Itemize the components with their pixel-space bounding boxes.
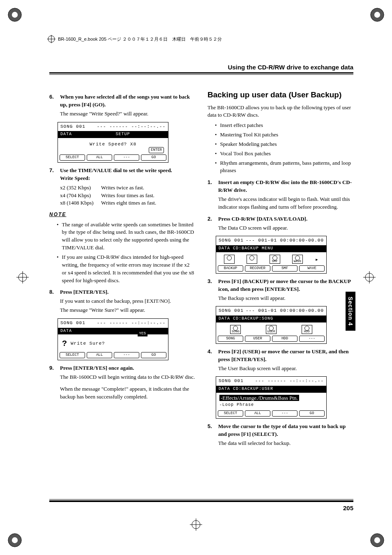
step-title: Press CD-R/RW [DATA SAVE/LOAD]. <box>218 215 353 223</box>
lcd-softkey: USER <box>245 336 270 342</box>
crop-mark-icon <box>47 35 55 43</box>
bullet-text: Speaker Modeling patches <box>220 140 277 148</box>
svg-point-5 <box>12 537 18 543</box>
arrow-right-icon: ▸ <box>315 256 318 264</box>
registration-mark-left-icon <box>16 271 29 285</box>
lcd-softkey: --- <box>114 352 139 358</box>
lcd-yes-label: YES <box>138 331 148 336</box>
step-number: 3. <box>208 278 215 302</box>
step-desc: The Data CD screen will appear. <box>218 224 353 232</box>
registration-mark-bottom-icon <box>190 518 202 532</box>
speed-desc: Writes four times as fast. <box>101 192 154 200</box>
step-desc: The Backup screen will appear. <box>218 295 353 302</box>
step-desc: The message "Write Sure?" will appear. <box>60 306 195 314</box>
note-icon: NOTE <box>49 211 195 218</box>
bullet-text: Rhythm arrangements, drum patterns, bass… <box>220 159 353 175</box>
step-title: Press [ENTER/YES] once again. <box>60 364 195 372</box>
lcd-softkey: SELECT <box>60 352 85 358</box>
step-number: 8. <box>49 288 57 314</box>
print-mark-bottom-left-icon <box>7 533 22 548</box>
print-mark-bottom-right-icon <box>370 533 385 548</box>
lcd-backup-song: SONG 001 --- 001-01 00:00:00-00.00 DATA … <box>216 306 327 343</box>
note-bullet: The range of available write speeds can … <box>57 221 195 252</box>
bullet-icon <box>215 131 217 139</box>
list-item: Rhythm arrangements, drum patterns, bass… <box>215 159 353 175</box>
list-item: Speaker Modeling patches <box>215 140 353 148</box>
header-rule-thick-icon <box>49 72 353 74</box>
lcd-tab: DATA <box>60 131 72 138</box>
lcd-softkey: ALL <box>87 352 112 358</box>
bullet-icon <box>57 253 59 284</box>
lcd-softkey: GO <box>299 410 325 417</box>
lcd-write-speed: SONG 001 --- ------ --:--:--.-- DATA SET… <box>58 122 168 163</box>
lcd-softkey: --- <box>299 336 325 342</box>
step-number: 1. <box>208 179 215 211</box>
lcd-tab: DATA CD:BACKUP:USER <box>219 386 273 392</box>
step-1: 1. Insert an empty CD-R/RW disc into the… <box>208 179 353 211</box>
lcd-softkey: --- <box>272 410 297 417</box>
section-tab: Section 4 <box>346 292 355 331</box>
disc-icon: SMF <box>270 255 280 264</box>
note-bullet: If you are using CD-R/RW discs intended … <box>57 253 195 284</box>
step-6: 6. When you have selected all of the son… <box>49 93 195 118</box>
lcd-softkey: WAVE <box>299 265 325 272</box>
registration-mark-right-icon <box>363 271 376 285</box>
lcd-softkey: HDD <box>272 336 297 342</box>
lcd-song: SONG 001 <box>60 124 85 130</box>
step-title: Move the cursor to the type of data you … <box>218 423 353 438</box>
lcd-tab: DATA CD:BACKUP:SONG <box>219 316 273 322</box>
print-mark-top-left-icon <box>7 7 22 22</box>
bullet-icon <box>57 221 59 252</box>
bullet-icon <box>215 122 217 129</box>
step-3: 3. Press [F1] (BACKUP) or move the curso… <box>208 278 353 302</box>
list-item: Vocal Tool Box patches <box>215 150 353 158</box>
step-number: 6. <box>49 93 57 118</box>
lcd-softkey: ALL <box>87 154 112 161</box>
lcd-backup-user: SONG 001 --- ------ --:--:--.-- DATA CD:… <box>216 376 327 419</box>
speed-label: x2 (352 Kbps) <box>60 184 101 192</box>
step-5: 5. Move the cursor to the type of data y… <box>208 423 353 447</box>
lcd-row: -Loop Phrase <box>219 402 323 408</box>
speed-label: x4 (704 Kbps) <box>60 192 101 200</box>
section-heading: Backing up user data (User Backup) <box>208 89 353 101</box>
step-title: When you have selected all of the songs … <box>60 93 195 109</box>
page-number: 205 <box>49 504 353 511</box>
lcd-song: SONG 001 <box>219 308 244 314</box>
page-meta-text: BR-1600_R_e.book 205 ページ ２００７年１２月６日 木曜日 … <box>58 36 222 42</box>
note-text: The range of available write speeds can … <box>62 221 195 252</box>
step-title: Press [F1] (BACKUP) or move the cursor t… <box>218 278 353 293</box>
section-title: Using the CD-R/RW drive to exchange data <box>228 64 353 71</box>
step-title: Insert an empty CD-R/RW disc into the BR… <box>218 179 353 194</box>
disc-icon: SONG <box>230 325 241 334</box>
lcd-softkey: GO <box>141 352 166 358</box>
question-mark-icon: ? <box>62 338 67 350</box>
lcd-softkey: SELECT <box>60 154 85 161</box>
right-column: Backing up user data (User Backup) The B… <box>208 89 353 449</box>
bullet-text: Vocal Tool Box patches <box>220 150 271 158</box>
speed-desc: Writes eight times as fast. <box>101 199 156 207</box>
step-number: 9. <box>49 364 57 401</box>
lcd-softkey: ALL <box>245 410 270 417</box>
svg-point-7 <box>374 537 380 543</box>
lcd-write-sure: SONG 001 --- ------ --:--:--.-- DATA YES… <box>58 318 168 360</box>
step-desc: The drive's access indicator will begin … <box>218 196 353 211</box>
speed-row: x4 (704 Kbps) Writes four times as fast. <box>60 192 195 200</box>
page-meta-header: BR-1600_R_e.book 205 ページ ２００７年１２月６日 木曜日 … <box>47 35 222 43</box>
footer-rule-thin-icon <box>49 499 353 500</box>
lcd-enter-button: ENTER <box>149 147 164 153</box>
lcd-softkey: RECOVER <box>245 265 270 272</box>
lcd-data-cd-menu: SONG 001 --- 001-01 00:00:00-00.00 DATA … <box>216 236 327 273</box>
step-9: 9. Press [ENTER/YES] once again. The BR-… <box>49 364 195 401</box>
speed-label: x8 (1408 Kbps) <box>60 199 101 207</box>
step-desc: The message "Write Speed?" will appear. <box>60 110 195 118</box>
step-7: 7. Use the TIME/VALUE dial to set the wr… <box>49 167 195 207</box>
step-desc: The User Backup screen will appear. <box>218 365 353 373</box>
disc-icon: USER <box>266 325 277 334</box>
disc-icon: WAVE <box>292 255 303 264</box>
lcd-meter: --- ------ --:--:--.-- <box>97 320 166 327</box>
svg-point-1 <box>12 12 18 18</box>
lcd-song: SONG 001 <box>219 378 244 385</box>
step-desc: If you want to cancel the backup, press … <box>60 297 195 305</box>
bullet-icon <box>215 159 217 175</box>
lcd-meter: --- 001-01 00:00:00-00.00 <box>246 237 324 244</box>
